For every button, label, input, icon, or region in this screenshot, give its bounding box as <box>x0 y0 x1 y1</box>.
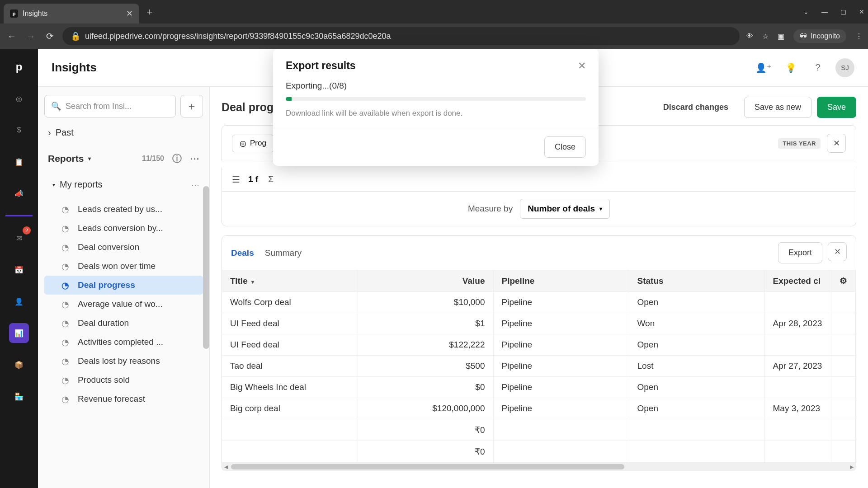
sidebar-report-item[interactable]: ◔Leads conversion by... <box>44 219 203 238</box>
add-user-icon[interactable]: 👤⁺ <box>754 58 773 77</box>
cell-empty <box>831 398 856 419</box>
clear-filter-button[interactable]: ✕ <box>827 134 846 153</box>
measure-select[interactable]: Number of deals ▾ <box>520 199 610 219</box>
tabs-dropdown-icon[interactable]: ⌄ <box>803 8 809 15</box>
rail-products-icon[interactable]: 📦 <box>9 355 29 375</box>
new-tab-button[interactable]: ＋ <box>145 5 155 19</box>
rail-focus-icon[interactable]: ◎ <box>9 89 29 108</box>
search-input[interactable]: 🔍 Search from Insi... <box>44 95 176 117</box>
sidebar-report-item[interactable]: ◔Products sold <box>44 371 203 389</box>
sidebar-report-item[interactable]: ◔Deal conversion <box>44 238 203 257</box>
cell-empty <box>831 441 856 463</box>
incognito-badge: 🕶 Incognito <box>793 29 846 43</box>
save-as-new-button[interactable]: Save as new <box>744 97 811 118</box>
eye-off-icon[interactable]: 👁 <box>746 32 753 40</box>
sidebar-section-reports[interactable]: Reports ▾ 11/150 ⓘ ⋯ <box>44 148 203 169</box>
browser-tab[interactable]: p Insights ✕ <box>4 4 139 23</box>
rail-mail-icon[interactable]: ✉2 <box>9 228 29 248</box>
sidebar-report-item[interactable]: ◔Deals won over time <box>44 257 203 276</box>
sales-assistant-icon[interactable]: 💡 <box>781 58 800 77</box>
table-settings-button[interactable]: ⚙ <box>831 270 856 292</box>
report-icon: ◔ <box>61 242 71 252</box>
export-button[interactable]: Export <box>778 242 822 263</box>
table-row[interactable]: UI Feed deal$122,222PipelineOpen <box>222 334 856 356</box>
scroll-left-icon[interactable]: ◀ <box>222 464 230 470</box>
tab-close-icon[interactable]: ✕ <box>126 9 133 19</box>
address-bar[interactable]: 🔒 uifeed.pipedrive.com/progress/insights… <box>62 27 740 45</box>
rail-insights-icon[interactable]: 📊 <box>9 323 29 343</box>
sidebar-report-item[interactable]: ◔Deals lost by reasons <box>44 352 203 371</box>
col-pipeline[interactable]: Pipeline <box>493 270 629 292</box>
cell-expected: Apr 27, 2023 <box>764 356 831 377</box>
table-h-scrollbar[interactable]: ◀ ▶ <box>222 463 856 471</box>
avatar[interactable]: SJ <box>835 58 854 77</box>
rail-marketplace-icon[interactable]: 🏪 <box>9 386 29 406</box>
report-type-chip[interactable]: ◎ Prog <box>232 135 274 152</box>
col-status[interactable]: Status <box>629 270 764 292</box>
report-title[interactable]: Deal prog <box>222 101 274 114</box>
rail-deals-icon[interactable]: $ <box>9 120 29 140</box>
sidebar-report-item[interactable]: ◔Leads created by us... <box>44 200 203 219</box>
rail-projects-icon[interactable]: 📋 <box>9 152 29 172</box>
table-row[interactable]: Big corp deal$120,000,000PipelineOpenMay… <box>222 398 856 419</box>
window-minimize-icon[interactable]: — <box>821 8 828 15</box>
rail-activities-icon[interactable]: 📅 <box>9 260 29 280</box>
table-row[interactable]: UI Feed deal$1PipelineWonApr 28, 2023 <box>222 313 856 334</box>
back-button[interactable]: ← <box>5 30 18 42</box>
rail-campaigns-icon[interactable]: 📣 <box>9 183 29 203</box>
sidebar-report-item[interactable]: ◔Activities completed ... <box>44 333 203 352</box>
table-row[interactable]: ₹0 <box>222 419 856 441</box>
table-row[interactable]: ₹0 <box>222 441 856 463</box>
col-title[interactable]: Title▾ <box>222 270 358 292</box>
export-hint: Download link will be available when exp… <box>286 109 586 118</box>
more-icon[interactable]: ⋯ <box>191 180 199 190</box>
app-logo[interactable]: p <box>9 57 29 77</box>
help-icon[interactable]: ? <box>808 58 827 77</box>
bookmark-star-icon[interactable]: ☆ <box>762 32 769 41</box>
sidebar-report-item[interactable]: ◔Average value of wo... <box>44 295 203 314</box>
kebab-menu-icon[interactable]: ⋮ <box>855 32 863 41</box>
sidebar-section-past[interactable]: › Past <box>44 123 203 142</box>
page-title: Insights <box>52 61 97 75</box>
sidebar-scrollbar[interactable] <box>203 186 209 349</box>
info-icon[interactable]: ⓘ <box>172 152 182 165</box>
window-maximize-icon[interactable]: ▢ <box>840 8 846 15</box>
sidebar-my-reports[interactable]: ▾ My reports ⋯ <box>44 175 203 194</box>
cell-title <box>222 419 358 441</box>
col-expected[interactable]: Expected cl <box>764 270 831 292</box>
extensions-icon[interactable]: ▣ <box>778 32 784 41</box>
save-button[interactable]: Save <box>817 97 856 118</box>
sidebar-report-item[interactable]: ◔Deal progress <box>44 276 203 295</box>
table-row[interactable]: Wolfs Corp deal$10,000PipelineOpen <box>222 292 856 313</box>
forward-button: → <box>24 30 37 42</box>
more-icon[interactable]: ⋯ <box>190 153 199 164</box>
tab-deals[interactable]: Deals <box>231 245 254 261</box>
discard-changes-button[interactable]: Discard changes <box>653 97 739 118</box>
cell-title: Big Wheels Inc deal <box>222 377 358 398</box>
col-value[interactable]: Value <box>358 270 493 292</box>
modal-close-button[interactable]: Close <box>544 136 586 158</box>
incognito-label: Incognito <box>811 32 840 40</box>
tab-summary[interactable]: Summary <box>265 245 302 261</box>
cell-title: UI Feed deal <box>222 313 358 334</box>
scroll-thumb[interactable] <box>231 464 624 469</box>
col-title-label: Title <box>230 276 248 286</box>
table-row[interactable]: Big Wheels Inc deal$0PipelineOpen <box>222 377 856 398</box>
cell-pipeline <box>493 419 629 441</box>
close-table-button[interactable]: ✕ <box>828 242 847 261</box>
scroll-right-icon[interactable]: ▶ <box>848 464 856 470</box>
table-row[interactable]: Tao deal$500PipelineLostApr 27, 2023 <box>222 356 856 377</box>
window-close-icon[interactable]: ✕ <box>859 8 864 15</box>
modal-close-icon[interactable]: ✕ <box>578 60 586 72</box>
mail-badge: 2 <box>23 226 31 235</box>
sidebar-report-item[interactable]: ◔Revenue forecast <box>44 389 203 408</box>
add-report-button[interactable]: ＋ <box>180 95 203 117</box>
cell-empty <box>831 334 856 356</box>
sidebar-item-label: Revenue forecast <box>78 394 145 404</box>
col-status-label: Status <box>637 276 664 286</box>
sidebar-report-item[interactable]: ◔Deal duration <box>44 314 203 333</box>
cell-title <box>222 441 358 463</box>
rail-contacts-icon[interactable]: 👤 <box>9 291 29 311</box>
sidebar-item-label: Deals won over time <box>78 261 156 271</box>
reload-button[interactable]: ⟳ <box>43 30 56 42</box>
